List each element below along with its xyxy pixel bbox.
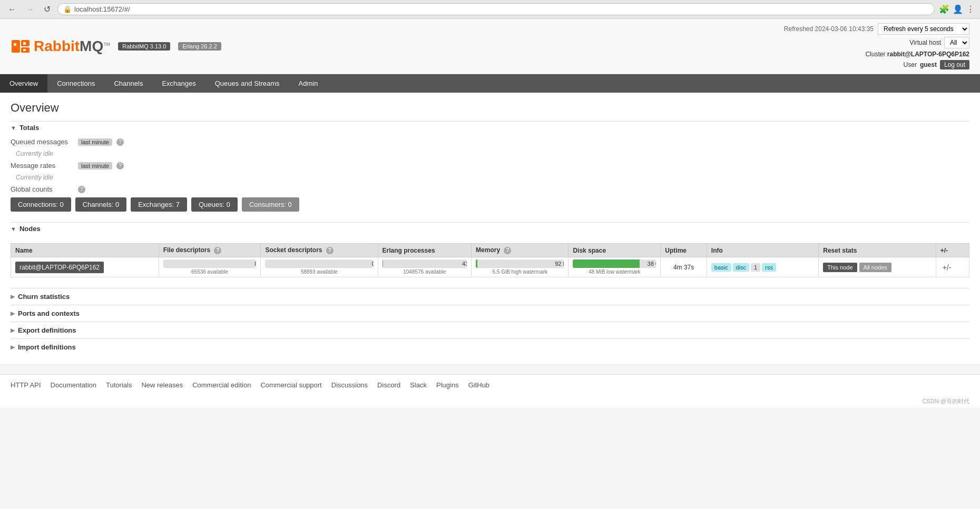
refresh-select[interactable]: Refresh every 5 seconds Refresh every 10… — [878, 23, 969, 35]
memory-subtext: 5.5 GiB high watermark — [476, 269, 564, 275]
svg-rect-0 — [12, 40, 20, 53]
nav-bar: Overview Connections Channels Exchanges … — [0, 74, 980, 93]
totals-title: Totals — [19, 124, 39, 132]
nav-overview[interactable]: Overview — [0, 74, 47, 93]
consumers-count-btn[interactable]: Consumers: 0 — [242, 197, 299, 212]
user-area: User guest Log out — [784, 60, 969, 69]
uptime-value: 4m 37s — [673, 264, 694, 271]
profile-icon[interactable]: 👤 — [953, 4, 963, 14]
section-label: Export definitions — [18, 326, 76, 334]
address-bar[interactable]: 🔒 localhost:15672/#/ — [57, 3, 935, 15]
footer-link-plugins[interactable]: Plugins — [436, 381, 459, 389]
cluster-name: rabbit@LAPTOP-6PQ6P162 — [887, 51, 969, 58]
svg-rect-3 — [14, 43, 16, 46]
vhost-area: Virtual host All / — [784, 37, 969, 48]
message-rates-label: Message rates — [11, 162, 74, 169]
queued-messages-badge: last minute — [78, 138, 112, 146]
vhost-select[interactable]: All / — [944, 37, 969, 48]
erlang-proc-bar: 430 — [383, 260, 467, 268]
footer-link-github[interactable]: GitHub — [468, 381, 489, 389]
footer-link-discord[interactable]: Discord — [377, 381, 400, 389]
col-uptime: Uptime — [661, 244, 707, 257]
col-info: Info — [707, 244, 818, 257]
message-rates-badge: last minute — [78, 162, 112, 169]
plus-minus-toggle[interactable]: +/- — [940, 262, 954, 273]
main-content: Overview ▼ Totals Queued messages last m… — [0, 93, 980, 364]
queued-messages-help[interactable]: ? — [116, 138, 124, 146]
extensions-icon[interactable]: 🧩 — [939, 4, 949, 14]
page-title: Overview — [11, 101, 969, 115]
collapsible-section-churn-statistics[interactable]: ▶ Churn statistics — [11, 288, 969, 305]
message-rates-help[interactable]: ? — [116, 162, 124, 169]
nodes-section-header[interactable]: ▼ Nodes — [11, 222, 969, 235]
file-desc-help[interactable]: ? — [214, 247, 221, 254]
erlang-proc-cell: 430 1048576 available — [378, 257, 472, 277]
back-button[interactable]: ← — [5, 4, 19, 15]
col-reset-stats: Reset stats — [819, 244, 936, 257]
rabbitmq-logo-icon — [11, 36, 32, 57]
section-label: Ports and contexts — [18, 310, 80, 317]
channels-count-btn[interactable]: Channels: 0 — [75, 197, 126, 212]
nav-queues[interactable]: Queues and Streams — [205, 74, 289, 93]
more-icon[interactable]: ⋮ — [966, 4, 975, 14]
top-bar: RabbitMQTM RabbitMQ 3.13.0 Erlang 26.2.2… — [0, 19, 980, 74]
erlang-version-badge: Erlang 26.2.2 — [178, 42, 221, 51]
nodes-title: Nodes — [19, 225, 41, 233]
forward-button[interactable]: → — [23, 4, 37, 15]
queues-count-btn[interactable]: Queues: 0 — [191, 197, 238, 212]
info-badge-rss[interactable]: rss — [762, 263, 776, 272]
this-node-button[interactable]: This node — [823, 263, 857, 272]
collapsible-section-import-definitions[interactable]: ▶ Import definitions — [11, 338, 969, 355]
section-arrow: ▶ — [11, 293, 15, 300]
info-badges: basic disc 1 rss — [711, 263, 814, 272]
global-counts-help[interactable]: ? — [78, 186, 85, 193]
footer-link-commercial-support[interactable]: Commercial support — [260, 381, 321, 389]
queued-messages-label: Queued messages — [11, 138, 74, 146]
nav-connections[interactable]: Connections — [47, 74, 104, 93]
global-counts-label: Global counts — [11, 185, 74, 193]
nav-exchanges[interactable]: Exchanges — [152, 74, 205, 93]
disk-subtext: 48 MiB low watermark — [573, 269, 656, 275]
footer-link-new-releases[interactable]: New releases — [141, 381, 183, 389]
info-badge-disc[interactable]: disc — [733, 263, 750, 272]
nav-channels[interactable]: Channels — [104, 74, 152, 93]
footer-link-commercial-edition[interactable]: Commercial edition — [192, 381, 251, 389]
browser-chrome: ← → ↺ 🔒 localhost:15672/#/ 🧩 👤 ⋮ — [0, 0, 980, 19]
info-badge-basic[interactable]: basic — [711, 263, 731, 272]
footer-link-tutorials[interactable]: Tutorials — [106, 381, 132, 389]
socket-desc-help[interactable]: ? — [326, 247, 334, 254]
footer-link-slack[interactable]: Slack — [410, 381, 427, 389]
nav-admin[interactable]: Admin — [289, 74, 328, 93]
connections-count-btn[interactable]: Connections: 0 — [11, 197, 71, 212]
totals-body: Queued messages last minute ? Currently … — [11, 134, 969, 216]
totals-arrow: ▼ — [11, 125, 16, 131]
footer-link-discussions[interactable]: Discussions — [331, 381, 368, 389]
counts-row: Connections: 0 Channels: 0 Exchanges: 7 … — [11, 197, 969, 212]
memory-help[interactable]: ? — [504, 247, 511, 254]
footer-links: HTTP APIDocumentationTutorialsNew releas… — [0, 375, 980, 395]
cluster-area: Cluster rabbit@LAPTOP-6PQ6P162 — [784, 51, 969, 58]
node-name-cell: rabbit@LAPTOP-6PQ6P162 — [11, 257, 159, 277]
footer-link-http-api[interactable]: HTTP API — [11, 381, 41, 389]
svg-rect-5 — [23, 49, 26, 51]
refresh-button[interactable]: ↺ — [41, 3, 53, 15]
info-badge-num[interactable]: 1 — [751, 263, 760, 272]
collapsible-section-export-definitions[interactable]: ▶ Export definitions — [11, 322, 969, 338]
file-desc-bar: 0 — [163, 260, 257, 268]
totals-section-header[interactable]: ▼ Totals — [11, 121, 969, 134]
col-erlang-proc: Erlang processes — [378, 244, 472, 257]
memory-value: 92 MiB — [520, 260, 564, 268]
exchanges-count-btn[interactable]: Exchanges: 7 — [131, 197, 187, 212]
logo: RabbitMQTM — [11, 36, 110, 57]
mq-text: MQ — [80, 38, 103, 54]
section-arrow: ▶ — [11, 344, 15, 351]
reset-stats-buttons: This node All nodes — [823, 263, 931, 272]
col-plus-minus: +/- — [936, 244, 969, 257]
rates-idle-text: Currently idle — [16, 174, 53, 181]
top-bar-right: Refreshed 2024-03-06 10:43:35 Refresh ev… — [784, 23, 969, 69]
all-nodes-button[interactable]: All nodes — [859, 263, 891, 272]
logout-button[interactable]: Log out — [940, 60, 969, 69]
footer-link-documentation[interactable]: Documentation — [51, 381, 96, 389]
rabbitmq-version-badge: RabbitMQ 3.13.0 — [118, 42, 170, 51]
collapsible-section-ports-and-contexts[interactable]: ▶ Ports and contexts — [11, 305, 969, 322]
